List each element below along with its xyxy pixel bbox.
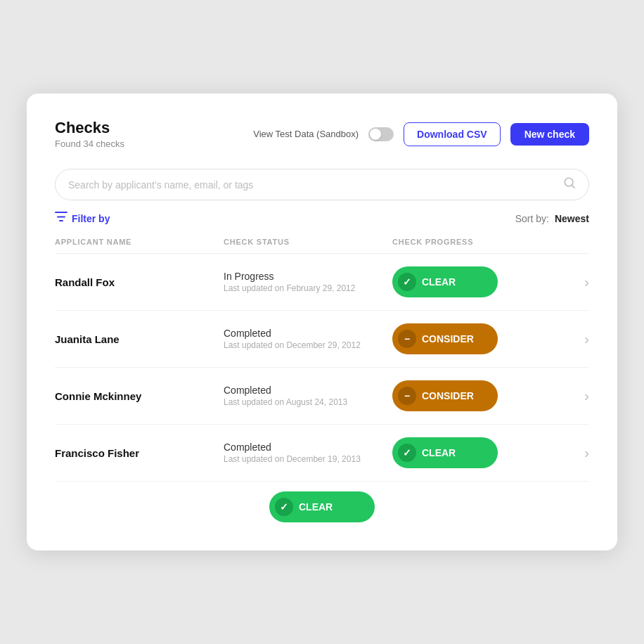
table-row[interactable]: Francisco Fisher Completed Last updated … xyxy=(55,425,589,482)
check-status-col: Completed Last updated on December 19, 2… xyxy=(224,442,392,464)
applicant-name: Connie Mckinney xyxy=(55,390,224,402)
progress-badge: ✓ CLEAR xyxy=(392,266,498,297)
sort-row: Sort by: Newest xyxy=(515,213,589,224)
partial-row: ✓ CLEAR xyxy=(55,482,589,522)
download-csv-button[interactable]: Download CSV xyxy=(404,122,501,146)
filter-label: Filter by xyxy=(72,213,110,224)
new-check-button[interactable]: New check xyxy=(510,123,589,146)
main-card: Checks Found 34 checks View Test Data (S… xyxy=(27,94,617,550)
badge-icon: ✓ xyxy=(398,273,416,291)
progress-badge: − CONSIDER xyxy=(392,380,498,411)
progress-col: − CONSIDER xyxy=(392,380,561,411)
filter-button[interactable]: Filter by xyxy=(55,212,110,225)
applicant-name: Francisco Fisher xyxy=(55,447,224,459)
check-status-col: Completed Last updated on August 24, 201… xyxy=(224,385,392,407)
progress-col: ✓ CLEAR xyxy=(392,266,561,297)
svg-line-1 xyxy=(572,186,575,188)
sort-value[interactable]: Newest xyxy=(555,213,589,224)
col-status: CHECK STATUS xyxy=(224,238,392,246)
table-body: Randall Fox In Progress Last updated on … xyxy=(55,254,589,482)
check-status-col: Completed Last updated on December 29, 2… xyxy=(224,328,392,350)
progress-badge: − CONSIDER xyxy=(392,323,498,354)
row-chevron: › xyxy=(561,331,589,347)
col-applicant: APPLICANT NAME xyxy=(55,238,224,246)
status-date: Last updated on August 24, 2013 xyxy=(224,397,392,407)
filter-icon xyxy=(55,212,67,225)
table-row[interactable]: Randall Fox In Progress Last updated on … xyxy=(55,254,589,311)
badge-icon: − xyxy=(398,330,416,348)
status-date: Last updated on December 29, 2012 xyxy=(224,340,392,350)
badge-icon: − xyxy=(398,387,416,405)
check-status-col: In Progress Last updated on February 29,… xyxy=(224,271,392,293)
applicant-name: Randall Fox xyxy=(55,276,224,288)
badge-label: CLEAR xyxy=(422,447,456,458)
sort-by-label: Sort by: xyxy=(515,213,549,224)
table-header: APPLICANT NAME CHECK STATUS CHECK PROGRE… xyxy=(55,238,589,254)
col-progress: CHECK PROGRESS xyxy=(392,238,561,246)
subtitle: Found 34 checks xyxy=(55,139,124,149)
status-date: Last updated on February 29, 2012 xyxy=(224,283,392,293)
search-icon xyxy=(563,176,576,193)
page-title: Checks xyxy=(55,119,124,137)
partial-badge-icon: ✓ xyxy=(275,498,293,516)
sandbox-label: View Test Data (Sandbox) xyxy=(253,129,359,139)
row-chevron: › xyxy=(561,445,589,461)
badge-label: CONSIDER xyxy=(422,390,474,401)
badge-label: CLEAR xyxy=(422,276,456,288)
filter-sort-row: Filter by Sort by: Newest xyxy=(55,212,589,225)
applicant-name: Juanita Lane xyxy=(55,333,224,345)
badge-label: CONSIDER xyxy=(422,333,474,344)
header: Checks Found 34 checks View Test Data (S… xyxy=(55,119,589,149)
table-row[interactable]: Juanita Lane Completed Last updated on D… xyxy=(55,311,589,368)
status-label: Completed xyxy=(224,442,392,453)
search-bar xyxy=(55,169,589,200)
status-label: In Progress xyxy=(224,271,392,282)
table-row[interactable]: Connie Mckinney Completed Last updated o… xyxy=(55,368,589,425)
partial-progress-badge: ✓ CLEAR xyxy=(269,491,375,522)
row-chevron: › xyxy=(561,274,589,290)
badge-icon: ✓ xyxy=(398,444,416,462)
header-right: View Test Data (Sandbox) Download CSV Ne… xyxy=(253,122,589,146)
header-left: Checks Found 34 checks xyxy=(55,119,124,149)
progress-badge: ✓ CLEAR xyxy=(392,437,498,468)
partial-badge-label: CLEAR xyxy=(299,501,333,513)
status-date: Last updated on December 19, 2013 xyxy=(224,454,392,464)
col-action xyxy=(561,238,589,246)
progress-col: − CONSIDER xyxy=(392,323,561,354)
search-input[interactable] xyxy=(68,179,558,191)
status-label: Completed xyxy=(224,385,392,396)
status-label: Completed xyxy=(224,328,392,339)
sandbox-toggle[interactable] xyxy=(368,127,394,141)
progress-col: ✓ CLEAR xyxy=(392,437,561,468)
row-chevron: › xyxy=(561,388,589,404)
